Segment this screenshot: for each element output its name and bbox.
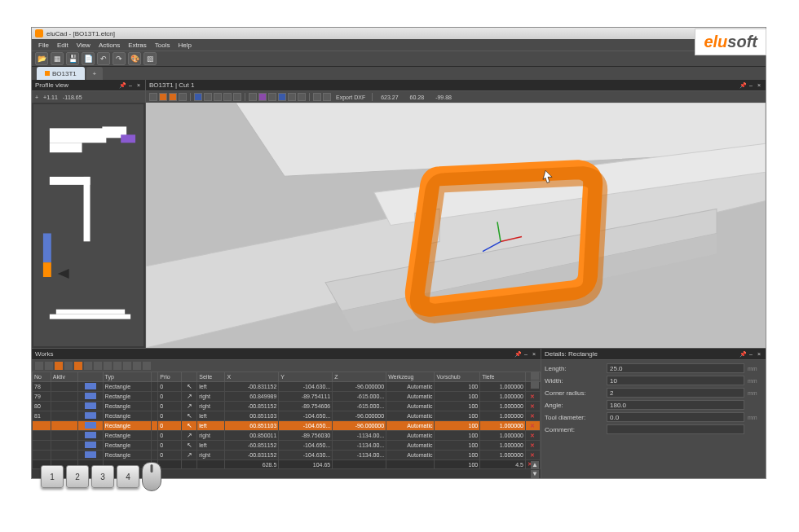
new-tab-button[interactable]: + bbox=[86, 67, 103, 80]
tool-icon[interactable] bbox=[123, 362, 131, 370]
detail-input[interactable] bbox=[607, 412, 744, 422]
tool-icon[interactable] bbox=[143, 362, 151, 370]
tool-icon[interactable] bbox=[133, 362, 141, 370]
tool-icon[interactable] bbox=[194, 93, 202, 101]
mouse-icon bbox=[142, 462, 161, 491]
col-header[interactable] bbox=[77, 372, 103, 382]
detail-label: Tool diameter: bbox=[545, 414, 603, 421]
detail-input[interactable] bbox=[607, 376, 744, 385]
col-header[interactable] bbox=[152, 372, 158, 382]
up-icon[interactable]: ▲ bbox=[531, 461, 539, 469]
table-row[interactable]: Rectangle0↖left-60.851152-104.650...-113… bbox=[33, 441, 541, 451]
col-header[interactable]: Tiefe bbox=[480, 372, 526, 382]
down-icon[interactable]: ▼ bbox=[531, 470, 539, 478]
tool-icon[interactable] bbox=[74, 362, 82, 370]
detail-input[interactable] bbox=[607, 363, 744, 373]
col-header[interactable]: Vorschub bbox=[435, 372, 480, 382]
col-header[interactable]: X bbox=[225, 372, 279, 382]
detail-row: Corner radius:mm bbox=[545, 388, 762, 398]
pin-icon[interactable]: 📌 bbox=[119, 82, 126, 89]
undo-icon[interactable]: ↶ bbox=[97, 52, 110, 65]
tool-icon[interactable] bbox=[159, 93, 167, 101]
palette-icon[interactable]: 🎨 bbox=[128, 52, 141, 65]
close-icon[interactable]: × bbox=[756, 351, 762, 358]
menu-actions[interactable]: Actions bbox=[95, 42, 123, 49]
tool-icon[interactable] bbox=[179, 93, 187, 101]
table-row[interactable]: Rectangle0↖left60.851103-104.650...-96.0… bbox=[33, 421, 541, 431]
tool-icon[interactable] bbox=[298, 93, 306, 101]
detail-input[interactable] bbox=[607, 424, 744, 434]
3d-viewport[interactable] bbox=[146, 103, 766, 348]
tool-icon[interactable] bbox=[214, 93, 222, 101]
tool-icon[interactable] bbox=[169, 93, 177, 101]
close-icon[interactable]: × bbox=[531, 351, 537, 358]
tool-icon[interactable] bbox=[268, 93, 276, 101]
tool-icon[interactable] bbox=[94, 362, 102, 370]
col-header[interactable]: Werkzeug bbox=[386, 372, 435, 382]
table-row[interactable]: 80Rectangle0↗right-00.851152-89.754606-6… bbox=[33, 402, 541, 411]
document-tab[interactable]: BO13T1 bbox=[37, 67, 85, 80]
col-header[interactable]: Typ bbox=[103, 372, 152, 382]
tool-icon[interactable] bbox=[223, 93, 232, 101]
pin-icon[interactable]: 📌 bbox=[739, 351, 746, 358]
col-header[interactable]: Y bbox=[279, 372, 333, 382]
doc-icon[interactable]: 📄 bbox=[82, 52, 95, 65]
works-table[interactable]: NoAktivTypPrioSeiteXYZWerkzeugVorschubTi… bbox=[32, 372, 541, 469]
col-header[interactable]: Prio bbox=[158, 372, 181, 382]
min-icon[interactable]: – bbox=[748, 82, 754, 89]
menu-file[interactable]: File bbox=[35, 42, 52, 49]
table-row[interactable]: 79Rectangle0↗right60.849989-89.754111-61… bbox=[33, 392, 541, 402]
export-dxf-button[interactable]: Export DXF bbox=[333, 95, 369, 100]
view-icon[interactable]: ▦ bbox=[51, 52, 64, 65]
save-icon[interactable]: 💾 bbox=[66, 52, 79, 65]
table-row[interactable]: 78Rectangle0↖left-00.831152-104.630...-9… bbox=[33, 382, 541, 392]
col-header[interactable]: Z bbox=[333, 372, 386, 382]
open-icon[interactable]: 📂 bbox=[35, 52, 48, 65]
col-header[interactable]: Aktiv bbox=[51, 372, 77, 382]
tool-icon[interactable] bbox=[249, 93, 257, 101]
profile-canvas[interactable] bbox=[33, 104, 143, 346]
close-icon[interactable]: × bbox=[135, 82, 142, 89]
tool-icon[interactable] bbox=[288, 93, 296, 101]
table-row[interactable]: Rectangle0↗right00.850011-89.756030-1134… bbox=[33, 431, 541, 441]
paste-icon[interactable] bbox=[531, 380, 539, 389]
min-icon[interactable]: – bbox=[127, 82, 134, 89]
tool-icon[interactable] bbox=[233, 93, 241, 101]
tool-icon[interactable] bbox=[323, 93, 331, 101]
table-row[interactable]: 81Rectangle0↖left00.851103-104.650...-96… bbox=[33, 411, 541, 421]
profile-title: Profile view bbox=[35, 81, 68, 89]
tool-icon[interactable] bbox=[149, 93, 157, 101]
checker-icon[interactable]: ▨ bbox=[143, 52, 157, 65]
pin-icon[interactable]: 📌 bbox=[514, 351, 521, 358]
menu-edit[interactable]: Edit bbox=[54, 42, 72, 49]
close-icon[interactable]: × bbox=[756, 82, 762, 89]
table-row[interactable]: Rectangle0↗right-00.831152-104.630...-11… bbox=[33, 451, 541, 460]
tool-icon[interactable] bbox=[104, 362, 112, 370]
tool-icon[interactable] bbox=[64, 362, 73, 370]
copy-icon[interactable] bbox=[531, 372, 539, 380]
detail-input[interactable] bbox=[607, 388, 744, 398]
redo-icon[interactable]: ↷ bbox=[113, 52, 126, 65]
pin-icon[interactable]: 📌 bbox=[739, 82, 746, 89]
tool-icon[interactable] bbox=[35, 362, 43, 370]
titlebar[interactable]: eluCad - [BO13T1.etcn] bbox=[32, 28, 766, 39]
tool-icon[interactable] bbox=[204, 93, 212, 101]
tool-icon[interactable] bbox=[84, 362, 92, 370]
tool-icon[interactable] bbox=[313, 93, 321, 101]
menu-view[interactable]: View bbox=[73, 42, 94, 49]
col-header[interactable]: Seite bbox=[197, 372, 225, 382]
detail-input[interactable] bbox=[607, 400, 744, 410]
col-header[interactable] bbox=[181, 372, 197, 382]
tool-icon[interactable] bbox=[55, 362, 63, 370]
min-icon[interactable]: – bbox=[748, 351, 754, 358]
tool-icon[interactable] bbox=[45, 362, 53, 370]
tool-icon[interactable] bbox=[278, 93, 286, 101]
menu-extras[interactable]: Extras bbox=[125, 42, 150, 49]
tool-icon[interactable] bbox=[258, 93, 267, 101]
min-icon[interactable]: – bbox=[523, 351, 529, 358]
svg-rect-0 bbox=[50, 128, 106, 143]
col-header[interactable]: No bbox=[33, 372, 51, 382]
menu-tools[interactable]: Tools bbox=[152, 42, 174, 49]
menu-help[interactable]: Help bbox=[174, 42, 194, 49]
tool-icon[interactable] bbox=[113, 362, 121, 370]
